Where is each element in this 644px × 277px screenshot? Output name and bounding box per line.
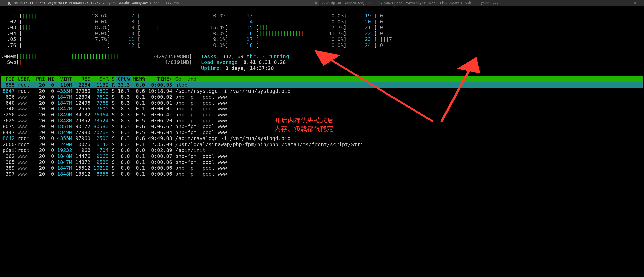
table-row[interactable]: 8075www2001851M9017280580S8.30.60:06.62p… bbox=[1, 124, 643, 130]
col-pid[interactable]: PID bbox=[1, 76, 16, 82]
col-ni[interactable]: NI bbox=[47, 76, 56, 82]
col-user[interactable]: USER bbox=[16, 76, 34, 82]
col-pri[interactable]: PRI bbox=[34, 76, 46, 82]
tab-ssh-ttys000[interactable]: ...gjian dpT3DIICeqKMmQvWgkP/OFEetvF0aWc… bbox=[0, 0, 319, 6]
cpu-meters: 1 [||||||||||||| 28.6%] 7 [ 0.0%] 13 [ 0… bbox=[1, 13, 643, 49]
table-row[interactable]: 389www2001847M1551210212S0.00.10:00.06ph… bbox=[1, 165, 643, 171]
table-row[interactable]: 7625www2001848M7985273524S8.30.50:06.20p… bbox=[1, 118, 643, 124]
system-meters: .0Mem[||||||||||||||||||||||||||||||||| … bbox=[1, 54, 643, 71]
col-shr[interactable]: SHR bbox=[92, 76, 110, 82]
col-res[interactable]: RES bbox=[74, 76, 92, 82]
table-row[interactable]: 626www2001847M123047612S8.30.10:00.02php… bbox=[1, 94, 643, 100]
tab-title: ...n dpT3DIICeqKMmQvWgkP/OFEetvF0aWcLEZY… bbox=[321, 1, 498, 5]
table-row[interactable]: 7250www2001849M8413276964S8.30.50:06.41p… bbox=[1, 112, 643, 118]
table-row[interactable]: 397www2001848M135128356S0.00.10:00.06php… bbox=[1, 171, 643, 177]
col-s[interactable]: S bbox=[110, 76, 116, 82]
close-icon[interactable]: ✕ bbox=[632, 1, 636, 5]
table-row[interactable]: 640www2001847M124967768S8.30.10:00.01php… bbox=[1, 100, 643, 106]
plus-icon: + bbox=[640, 1, 642, 5]
tab-title: ...gjian dpT3DIICeqKMmQvWgkP/OFEetvF0aWc… bbox=[2, 1, 179, 5]
col-time[interactable]: TIME+ bbox=[147, 76, 174, 82]
table-row[interactable]: pGsi1root20019232968704S0.00.00:02.89/sb… bbox=[1, 147, 643, 153]
table-row[interactable]: 855root200110M22841132R33.30.00:00.05hto… bbox=[1, 82, 643, 88]
col-cmd[interactable]: Command bbox=[174, 76, 643, 82]
close-icon[interactable]: ✕ bbox=[313, 1, 317, 5]
table-row[interactable]: 8642root2004355M979602500S8.30.649:49.03… bbox=[1, 135, 643, 142]
table-row[interactable]: 8447www2001849M7798070768S8.30.50:06.04p… bbox=[1, 130, 643, 136]
new-tab-button[interactable]: + bbox=[638, 0, 644, 6]
table-header: PID USER PRI NI VIRT RES SHR S CPU% MEM%… bbox=[1, 76, 643, 82]
table-row[interactable]: 26004root200240M100766140S8.30.12:35.09/… bbox=[1, 142, 643, 148]
table-row[interactable]: 362www2001848M144769068S0.00.10:00.07php… bbox=[1, 153, 643, 159]
table-row[interactable]: 740www2001847M125567600S8.30.10:00.01php… bbox=[1, 106, 643, 112]
table-row[interactable]: 8647root2004355M979602500S16.70.610:18.9… bbox=[1, 88, 643, 94]
col-virt[interactable]: VIRT bbox=[56, 76, 74, 82]
col-mem[interactable]: MEM% bbox=[131, 76, 147, 82]
col-cpu[interactable]: CPU% bbox=[116, 76, 131, 82]
process-table[interactable]: PID USER PRI NI VIRT RES SHR S CPU% MEM%… bbox=[1, 76, 643, 177]
table-row[interactable]: 385www2001847M148729588S0.00.10:00.06php… bbox=[1, 159, 643, 165]
tab-bar: ...gjian dpT3DIICeqKMmQvWgkP/OFEetvF0aWc… bbox=[0, 0, 644, 6]
tab-ssh-ttys001[interactable]: ...n dpT3DIICeqKMmQvWgkP/OFEetvF0aWcLEZY… bbox=[319, 0, 638, 6]
terminal-htop: 1 [||||||||||||| 28.6%] 7 [ 0.0%] 13 [ 0… bbox=[0, 6, 644, 177]
